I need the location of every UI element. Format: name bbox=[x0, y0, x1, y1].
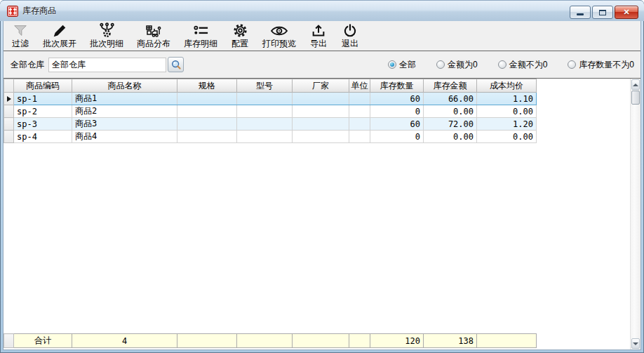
summary-indicator-cell bbox=[4, 334, 14, 348]
cell-name[interactable]: 商品4 bbox=[72, 131, 177, 143]
cell-vendor[interactable] bbox=[293, 118, 349, 131]
cell-spec[interactable] bbox=[177, 105, 237, 118]
row-indicator-cell bbox=[4, 131, 14, 143]
exit-button[interactable]: 退出 bbox=[337, 22, 363, 51]
radio-amount-nonzero[interactable]: 金额不为0 bbox=[498, 59, 548, 71]
row-indicator-cell bbox=[4, 105, 14, 118]
summary-empty-cell bbox=[237, 334, 293, 348]
radio-unselected-icon bbox=[436, 60, 445, 69]
scroll-up-button[interactable] bbox=[631, 79, 640, 90]
table-row[interactable]: sp-2 商品2 0 0.00 0.00 bbox=[4, 105, 537, 118]
cell-code[interactable]: sp-4 bbox=[14, 131, 72, 143]
cell-qty[interactable]: 60 bbox=[370, 118, 424, 131]
radio-all[interactable]: 全部 bbox=[388, 59, 416, 71]
cell-model[interactable] bbox=[237, 131, 293, 143]
cell-amount[interactable]: 66.00 bbox=[424, 93, 477, 105]
cell-spec[interactable] bbox=[177, 118, 237, 131]
eye-icon bbox=[270, 23, 288, 39]
column-header[interactable]: 库存数量 bbox=[370, 79, 424, 93]
gear-icon bbox=[231, 22, 249, 39]
export-button[interactable]: 导出 bbox=[306, 22, 331, 51]
column-header[interactable]: 商品名称 bbox=[72, 79, 177, 93]
inventory-table: 商品编码 商品名称 规格 型号 厂家 单位 库存数量 库存金额 成本均价 sp bbox=[4, 79, 537, 143]
titlebar: 库存商品 ✕ bbox=[0, 0, 644, 21]
column-header[interactable]: 规格 bbox=[177, 79, 237, 93]
cell-name[interactable]: 商品2 bbox=[72, 105, 177, 118]
cell-unit[interactable] bbox=[349, 93, 370, 105]
cell-cost[interactable]: 1.10 bbox=[477, 93, 537, 105]
maximize-button[interactable] bbox=[592, 6, 613, 19]
cell-qty[interactable]: 60 bbox=[370, 93, 424, 105]
cell-amount[interactable]: 0.00 bbox=[424, 105, 477, 118]
scroll-down-button[interactable] bbox=[631, 338, 640, 349]
truck-boxes-icon bbox=[145, 22, 163, 39]
print-preview-button[interactable]: 打印预览 bbox=[259, 22, 300, 51]
summary-empty-cell bbox=[293, 334, 349, 348]
cell-unit[interactable] bbox=[349, 118, 370, 131]
inventory-grid-area: 商品编码 商品名称 规格 型号 厂家 单位 库存数量 库存金额 成本均价 sp bbox=[4, 79, 640, 349]
radio-qty-nonzero[interactable]: 库存数量不为0 bbox=[568, 59, 634, 71]
cell-cost[interactable]: 0.00 bbox=[477, 131, 537, 143]
summary-amount: 138 bbox=[424, 334, 477, 348]
pencil-icon bbox=[51, 23, 69, 39]
cell-amount[interactable]: 72.00 bbox=[424, 118, 477, 131]
radio-unselected-icon bbox=[498, 60, 507, 69]
column-header[interactable]: 型号 bbox=[237, 79, 293, 93]
stock-detail-button[interactable]: 库存明细 bbox=[180, 22, 221, 51]
cell-vendor[interactable] bbox=[293, 105, 349, 118]
cell-vendor[interactable] bbox=[293, 93, 349, 105]
toolbar: 过滤 批次展开 批次明细 bbox=[4, 21, 640, 51]
cell-amount[interactable]: 0.00 bbox=[424, 131, 477, 143]
summary-count: 4 bbox=[72, 334, 177, 348]
config-button[interactable]: 配置 bbox=[227, 22, 253, 51]
cell-name[interactable]: 商品3 bbox=[72, 118, 177, 131]
cell-model[interactable] bbox=[237, 105, 293, 118]
cell-unit[interactable] bbox=[349, 131, 370, 143]
cell-code[interactable]: sp-3 bbox=[14, 118, 72, 131]
summary-empty-cell bbox=[349, 334, 370, 348]
warehouse-input[interactable] bbox=[48, 58, 166, 72]
cell-cost[interactable]: 0.00 bbox=[477, 105, 537, 118]
cell-spec[interactable] bbox=[177, 131, 237, 143]
cell-name[interactable]: 商品1 bbox=[72, 93, 177, 105]
radio-amount-zero[interactable]: 金额为0 bbox=[436, 59, 478, 71]
cell-spec[interactable] bbox=[177, 93, 237, 105]
close-button[interactable]: ✕ bbox=[615, 6, 638, 19]
table-row[interactable]: sp-3 商品3 60 72.00 1.20 bbox=[4, 118, 537, 131]
close-icon: ✕ bbox=[623, 8, 629, 16]
minimize-icon bbox=[577, 13, 584, 15]
cell-vendor[interactable] bbox=[293, 131, 349, 143]
app-logo-icon bbox=[7, 6, 18, 17]
export-up-icon bbox=[309, 23, 328, 39]
window-content: 过滤 批次展开 批次明细 bbox=[4, 21, 640, 349]
window-title: 库存商品 bbox=[22, 5, 56, 17]
product-distribution-button[interactable]: 商品分布 bbox=[133, 22, 174, 51]
cell-model[interactable] bbox=[237, 118, 293, 131]
row-indicator-cell bbox=[4, 93, 14, 105]
table-row[interactable]: sp-4 商品4 0 0.00 0.00 bbox=[4, 131, 537, 143]
cell-model[interactable] bbox=[237, 93, 293, 105]
toolbar-label: 配置 bbox=[232, 39, 248, 48]
cell-cost[interactable]: 1.20 bbox=[477, 118, 537, 131]
filter-button[interactable]: 过滤 bbox=[8, 22, 33, 51]
column-header[interactable]: 成本均价 bbox=[477, 79, 537, 93]
cell-qty[interactable]: 0 bbox=[370, 131, 424, 143]
cell-code[interactable]: sp-1 bbox=[14, 93, 72, 105]
minimize-button[interactable] bbox=[570, 6, 591, 19]
cell-unit[interactable] bbox=[349, 105, 370, 118]
cell-qty[interactable]: 0 bbox=[370, 105, 424, 118]
branch-gear-icon bbox=[98, 22, 116, 39]
scrollbar-thumb[interactable] bbox=[631, 91, 640, 105]
batch-expand-button[interactable]: 批次展开 bbox=[39, 22, 80, 51]
column-header[interactable]: 单位 bbox=[349, 79, 370, 93]
summary-empty-cell bbox=[477, 334, 537, 348]
column-header[interactable]: 厂家 bbox=[293, 79, 349, 93]
table-row[interactable]: sp-1 商品1 60 66.00 1.10 bbox=[4, 93, 537, 105]
power-icon bbox=[341, 23, 359, 39]
column-header[interactable]: 商品编码 bbox=[14, 79, 72, 93]
batch-detail-button[interactable]: 批次明细 bbox=[86, 22, 127, 51]
warehouse-search-button[interactable] bbox=[168, 57, 184, 72]
vertical-scrollbar[interactable] bbox=[630, 79, 640, 349]
column-header[interactable]: 库存金额 bbox=[424, 79, 477, 93]
cell-code[interactable]: sp-2 bbox=[14, 105, 72, 118]
